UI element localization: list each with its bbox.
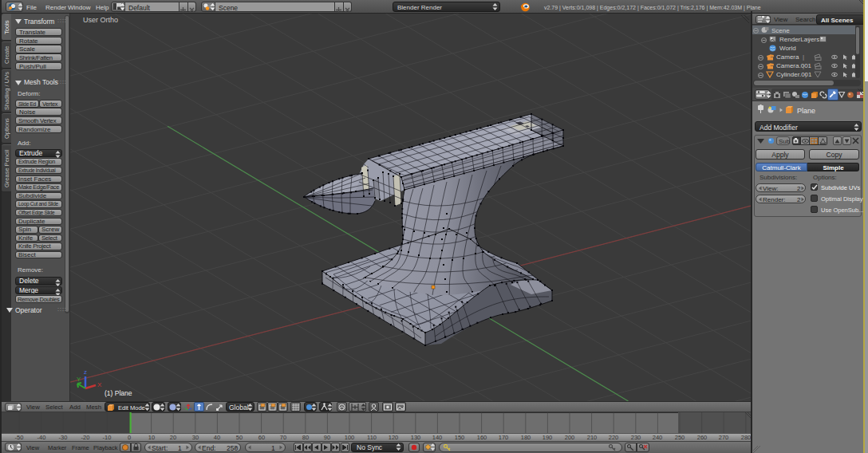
svg-text:200: 200 — [565, 434, 575, 441]
svg-text:110: 110 — [367, 434, 377, 441]
svg-text:-20: -20 — [81, 434, 90, 441]
svg-text:(1) Plane: (1) Plane — [105, 389, 132, 397]
svg-text:Y: Y — [77, 376, 81, 383]
svg-text:170: 170 — [499, 434, 509, 441]
svg-text:-40: -40 — [37, 434, 46, 441]
svg-text:z: z — [84, 368, 87, 376]
svg-text:190: 190 — [542, 434, 553, 441]
svg-text:70: 70 — [280, 434, 286, 441]
svg-text:60: 60 — [258, 434, 265, 441]
svg-text:-30: -30 — [59, 434, 68, 441]
svg-text:50: 50 — [236, 434, 243, 441]
svg-text:20: 20 — [170, 434, 176, 441]
svg-text:150: 150 — [455, 434, 465, 441]
svg-text:120: 120 — [389, 434, 399, 441]
svg-text:40: 40 — [214, 434, 220, 441]
svg-text:90: 90 — [324, 434, 330, 441]
svg-text:270: 270 — [719, 434, 729, 441]
svg-text:-50: -50 — [15, 434, 24, 441]
svg-text:30: 30 — [192, 434, 199, 441]
svg-text:220: 220 — [609, 434, 619, 441]
svg-text:280: 280 — [741, 434, 751, 441]
svg-text:260: 260 — [697, 434, 708, 441]
svg-text:User Ortho: User Ortho — [83, 16, 118, 24]
svg-text:X: X — [97, 381, 102, 388]
svg-text:80: 80 — [302, 434, 309, 441]
svg-text:210: 210 — [587, 434, 598, 441]
svg-text:0: 0 — [128, 434, 131, 441]
svg-text:130: 130 — [411, 434, 421, 441]
svg-text:10: 10 — [148, 434, 155, 441]
svg-text:160: 160 — [477, 434, 487, 441]
svg-text:230: 230 — [631, 434, 641, 441]
svg-text:240: 240 — [653, 434, 663, 441]
svg-text:100: 100 — [345, 434, 355, 441]
svg-text:250: 250 — [675, 434, 685, 441]
svg-text:-10: -10 — [103, 434, 112, 441]
svg-text:140: 140 — [432, 434, 443, 441]
svg-text:180: 180 — [521, 434, 531, 441]
